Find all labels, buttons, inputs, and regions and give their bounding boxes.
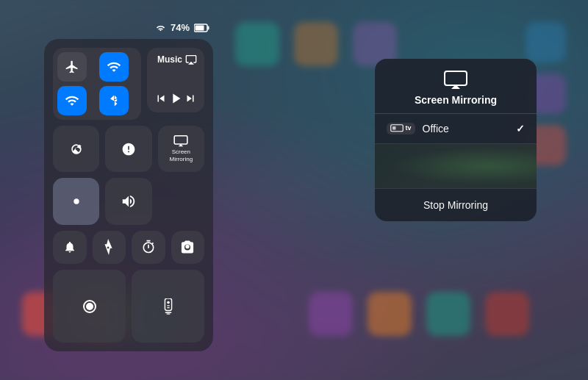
orientation-lock-button[interactable]: [53, 126, 99, 172]
stop-mirroring-label: Stop Mirroring: [423, 199, 488, 211]
control-center: Music: [44, 39, 213, 351]
svg-rect-2: [196, 25, 204, 30]
brightness-slider[interactable]: [53, 178, 99, 224]
flashlight-button[interactable]: [93, 231, 126, 265]
svg-point-4: [74, 198, 79, 204]
device-row-office[interactable]: tv Office ✓: [375, 114, 537, 144]
svg-rect-7: [167, 305, 170, 306]
cc-row4: [53, 231, 204, 265]
music-widget[interactable]: Music: [147, 48, 204, 112]
next-button[interactable]: [184, 92, 197, 105]
control-center-panel: 74%: [44, 22, 213, 351]
wifi-status-icon: [155, 24, 166, 32]
bluetooth-button[interactable]: [99, 86, 129, 115]
music-title: Music: [154, 54, 185, 65]
svg-rect-9: [445, 71, 467, 85]
play-button[interactable]: [168, 90, 184, 107]
device-name-office: Office: [423, 123, 509, 135]
svg-rect-3: [175, 136, 188, 144]
prev-button[interactable]: [154, 92, 168, 105]
battery-percentage: 74%: [171, 22, 190, 33]
screen-mirror-label: ScreenMirroring: [170, 148, 193, 162]
wifi-button[interactable]: [57, 86, 87, 115]
remote-button[interactable]: [132, 270, 204, 343]
mirror-empty-area: [375, 144, 537, 188]
screen-mirroring-icon: [444, 71, 467, 90]
cc-row3: [53, 178, 204, 224]
bell-button[interactable]: [53, 231, 87, 265]
status-bar: 74%: [44, 22, 213, 39]
svg-point-6: [167, 301, 170, 304]
device-selected-checkmark: ✓: [516, 123, 525, 135]
svg-rect-5: [165, 298, 171, 311]
screen-mirror-button[interactable]: ScreenMirroring: [158, 126, 204, 172]
mirror-title: Screen Mirroring: [415, 94, 497, 106]
timer-button[interactable]: [132, 231, 165, 265]
svg-rect-1: [208, 26, 209, 29]
screen-mirroring-popup: Screen Mirroring tv Office ✓ Stop Mirror…: [375, 59, 537, 221]
cellular-button[interactable]: [99, 52, 129, 82]
music-controls: [154, 90, 197, 107]
cc-top-row: Music: [53, 48, 204, 120]
battery-icon: [194, 24, 210, 32]
stop-mirroring-button[interactable]: Stop Mirroring: [375, 188, 537, 221]
screen-record-button[interactable]: [53, 270, 126, 343]
volume-slider[interactable]: [105, 178, 151, 224]
mirror-popup-container: Screen Mirroring tv Office ✓ Stop Mirror…: [375, 59, 537, 221]
camera-button[interactable]: [171, 231, 205, 265]
cc-row5: [53, 270, 204, 343]
airplane-mode-button[interactable]: [57, 52, 87, 82]
svg-rect-11: [392, 126, 396, 130]
airplay-icon[interactable]: [185, 54, 197, 65]
svg-rect-8: [167, 307, 170, 308]
do-not-disturb-button[interactable]: [105, 126, 151, 172]
appletv-badge: tv: [387, 123, 415, 135]
cc-row2: ScreenMirroring: [53, 126, 204, 172]
mirror-header: Screen Mirroring: [375, 59, 537, 113]
network-group: [53, 48, 141, 120]
